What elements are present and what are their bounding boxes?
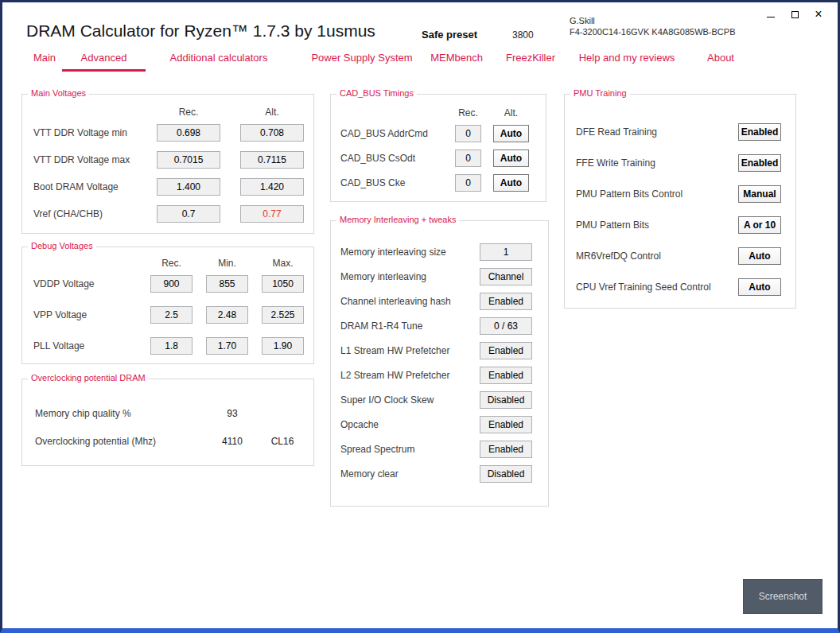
cad-bus-addrcmd-alt-button[interactable]: Auto [493, 125, 529, 142]
row-vtt-ddr-max: VTT DDR Voltage max 0.7015 0.7115 [33, 151, 304, 169]
vddp-voltage-label: VDDP Voltage [33, 278, 137, 289]
app-window: DRAM Calculator for Ryzen™ 1.7.3 by 1usm… [0, 0, 840, 633]
vddp-min-input[interactable]: 855 [206, 275, 248, 293]
main-voltages-title: Main Voltages [28, 88, 89, 98]
row-memory-interleaving: Memory interleaving Channel [340, 268, 532, 285]
tab-main[interactable]: Main [26, 52, 63, 69]
tab-freezkiller[interactable]: FreezKiller [496, 52, 566, 69]
ffe-write-training-label: FFE Write Training [576, 157, 730, 169]
cpu-vref-training-seed-control-button[interactable]: Auto [738, 278, 781, 296]
vtt-ddr-max-label: VTT DDR Voltage max [33, 154, 137, 165]
row-interleaving-size: Memory interleaving size 1 [340, 243, 532, 261]
col-header-rec: Rec. [455, 107, 481, 118]
col-header-alt: Alt. [493, 107, 529, 118]
memory-chip-quality-label: Memory chip quality % [35, 408, 208, 419]
col-header-max: Max. [262, 258, 304, 269]
debug-voltages-title: Debug Voltages [28, 241, 96, 250]
row-cad-bus-csodt: CAD_BUS CsOdt 0 Auto [340, 150, 529, 167]
super-io-clock-skew-input[interactable]: Disabled [480, 391, 532, 409]
pll-max-input[interactable]: 1.90 [262, 337, 304, 355]
dfe-read-training-button[interactable]: Enabled [738, 123, 781, 141]
row-dfe-read-training: DFE Read Training Enabled [576, 123, 781, 141]
ffe-write-training-button[interactable]: Enabled [738, 154, 781, 172]
vtt-ddr-max-rec-input[interactable]: 0.7015 [157, 151, 220, 169]
cad-bus-addrcmd-rec-input[interactable]: 0 [455, 125, 481, 142]
vddp-rec-input[interactable]: 900 [150, 275, 192, 293]
super-io-clock-skew-label: Super I/O Clock Skew [340, 394, 472, 406]
cad-bus-addrcmd-label: CAD_BUS AddrCmd [340, 128, 445, 139]
tab-help-and-reviews[interactable]: Help and my reviews [569, 52, 685, 69]
memory-interleaving-title: Memory Interleaving + tweaks [336, 215, 459, 224]
row-boot-dram-voltage: Boot DRAM Voltage 1.400 1.420 [33, 178, 304, 196]
pmu-pattern-bits-control-button[interactable]: Manual [738, 185, 781, 203]
vtt-ddr-max-alt-input[interactable]: 0.7115 [240, 151, 304, 169]
row-memory-chip-quality: Memory chip quality % 93 [35, 406, 302, 421]
dram-r1-r4-tune-input[interactable]: 0 / 63 [480, 317, 532, 335]
vref-alt-input[interactable]: 0.77 [240, 205, 304, 223]
mr6vrefdq-control-button[interactable]: Auto [738, 247, 781, 265]
row-super-io-clock-skew: Super I/O Clock Skew Disabled [340, 391, 532, 409]
vtt-ddr-min-alt-input[interactable]: 0.708 [240, 124, 304, 142]
memory-interleaving-label: Memory interleaving [340, 271, 472, 282]
cad-bus-cke-rec-input[interactable]: 0 [455, 174, 481, 192]
maximize-button[interactable] [785, 6, 804, 22]
interleaving-size-input[interactable]: 1 [480, 243, 532, 261]
cad-bus-csodt-alt-button[interactable]: Auto [493, 150, 529, 167]
vtt-ddr-min-label: VTT DDR Voltage min [33, 127, 137, 138]
row-memory-clear: Memory clear Disabled [340, 465, 532, 483]
pll-min-input[interactable]: 1.70 [206, 337, 248, 355]
tab-about[interactable]: About [698, 52, 744, 69]
cad-bus-headers: Rec. Alt. [340, 107, 529, 118]
cad-bus-csodt-rec-input[interactable]: 0 [455, 150, 481, 167]
vtt-ddr-min-rec-input[interactable]: 0.698 [157, 124, 220, 142]
tab-membench[interactable]: MEMbench [421, 52, 492, 69]
tab-power-supply-system[interactable]: Power Supply System [303, 52, 421, 69]
tab-additional-calculators[interactable]: Additional calculators [158, 52, 279, 69]
spread-spectrum-input[interactable]: Enabled [480, 441, 532, 458]
vpp-min-input[interactable]: 2.48 [206, 306, 248, 324]
close-button[interactable]: × [809, 6, 828, 22]
col-header-rec: Rec. [150, 258, 192, 269]
cad-bus-timings-title: CAD_BUS Timings [336, 88, 417, 98]
dram-r1-r4-tune-label: DRAM R1-R4 Tune [340, 320, 472, 332]
tab-advanced[interactable]: Advanced [62, 52, 146, 72]
channel-interleaving-hash-input[interactable]: Enabled [480, 293, 532, 310]
vddp-max-input[interactable]: 1050 [262, 275, 304, 293]
l1-stream-hw-prefetcher-input[interactable]: Enabled [480, 342, 532, 359]
memory-clear-input[interactable]: Disabled [480, 465, 532, 483]
pll-rec-input[interactable]: 1.8 [150, 337, 192, 355]
row-cad-bus-cke: CAD_BUS Cke 0 Auto [340, 174, 529, 192]
overclocking-potential-label: Overclocking potential (Mhz) [35, 436, 208, 447]
ram-info: G.Skill F4-3200C14-16GVK K4A8G085WB-BCPB [570, 15, 736, 37]
debug-voltages-group: Debug Voltages Rec. Min. Max. VDDP Volta… [21, 247, 314, 364]
vref-rec-input[interactable]: 0.7 [157, 205, 220, 223]
boot-dram-alt-input[interactable]: 1.420 [240, 178, 304, 196]
memory-interleaving-input[interactable]: Channel [480, 268, 532, 285]
channel-interleaving-hash-label: Channel interleaving hash [340, 296, 472, 307]
row-ffe-write-training: FFE Write Training Enabled [576, 154, 781, 172]
minimize-button[interactable] [761, 6, 780, 22]
col-header-rec: Rec. [157, 107, 220, 118]
interleaving-size-label: Memory interleaving size [340, 247, 472, 258]
l2-stream-hw-prefetcher-input[interactable]: Enabled [480, 367, 532, 384]
l1-stream-hw-prefetcher-label: L1 Stream HW Prefetcher [340, 345, 472, 356]
row-cad-bus-addrcmd: CAD_BUS AddrCmd 0 Auto [340, 125, 529, 142]
vpp-rec-input[interactable]: 2.5 [150, 306, 192, 324]
maximize-icon [791, 11, 799, 18]
overclocking-potential-mhz: 4110 [208, 436, 256, 447]
row-cpu-vref-training-seed-control: CPU Vref Training Seed Control Auto [576, 278, 781, 296]
mr6vrefdq-control-label: MR6VrefDQ Control [576, 250, 730, 262]
memory-interleaving-group: Memory Interleaving + tweaks Memory inte… [330, 220, 549, 507]
pmu-pattern-bits-button[interactable]: A or 10 [738, 216, 781, 234]
boot-dram-voltage-label: Boot DRAM Voltage [33, 181, 137, 192]
vpp-voltage-label: VPP Voltage [33, 309, 137, 320]
opcache-input[interactable]: Enabled [480, 416, 532, 433]
row-pmu-pattern-bits-control: PMU Pattern Bits Control Manual [576, 185, 781, 203]
vpp-max-input[interactable]: 2.525 [262, 306, 304, 324]
app-title: DRAM Calculator for Ryzen™ 1.7.3 by 1usm… [26, 21, 375, 41]
cad-bus-cke-alt-button[interactable]: Auto [493, 174, 529, 192]
boot-dram-rec-input[interactable]: 1.400 [157, 178, 220, 196]
row-vtt-ddr-min: VTT DDR Voltage min 0.698 0.708 [33, 124, 304, 142]
screenshot-button[interactable]: Screenshot [743, 579, 822, 614]
ram-vendor: G.Skill [570, 15, 736, 26]
